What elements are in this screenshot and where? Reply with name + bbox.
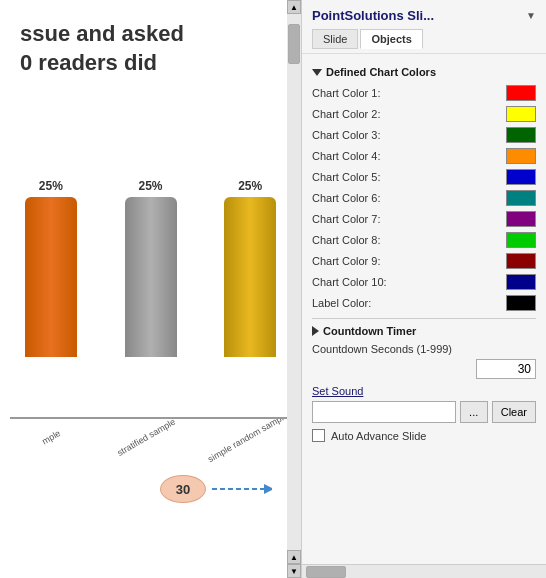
expand-icon[interactable] bbox=[312, 326, 319, 336]
color-label-label: Label Color: bbox=[312, 297, 371, 309]
bar-orange bbox=[25, 197, 77, 357]
chart-colors-label: Defined Chart Colors bbox=[326, 66, 436, 78]
color-row-10: Chart Color 10: bbox=[312, 273, 536, 291]
panel-body: Defined Chart Colors Chart Color 1: Char… bbox=[302, 54, 546, 564]
clear-button[interactable]: Clear bbox=[492, 401, 536, 423]
countdown-input-row bbox=[312, 359, 536, 379]
color-row-5: Chart Color 5: bbox=[312, 168, 536, 186]
chart-colors-section-header: Defined Chart Colors bbox=[312, 66, 536, 78]
color-label-2: Chart Color 2: bbox=[312, 108, 380, 120]
countdown-section-header: Countdown Timer bbox=[312, 325, 536, 337]
section-divider bbox=[312, 318, 536, 319]
color-row-label: Label Color: bbox=[312, 294, 536, 312]
bar-yellow bbox=[224, 197, 276, 357]
color-swatch-5[interactable] bbox=[506, 169, 536, 185]
color-label-10: Chart Color 10: bbox=[312, 276, 387, 288]
color-swatch-7[interactable] bbox=[506, 211, 536, 227]
bar-label-2: 25% bbox=[138, 179, 162, 193]
browse-button[interactable]: ... bbox=[460, 401, 488, 423]
bar-caption-1: mple bbox=[40, 428, 80, 478]
color-swatch-3[interactable] bbox=[506, 127, 536, 143]
color-swatch-4[interactable] bbox=[506, 148, 536, 164]
color-row-1: Chart Color 1: bbox=[312, 84, 536, 102]
color-label-8: Chart Color 8: bbox=[312, 234, 380, 246]
tabs-container: Slide Objects bbox=[312, 29, 536, 49]
color-row-9: Chart Color 9: bbox=[312, 252, 536, 270]
color-label-7: Chart Color 7: bbox=[312, 213, 380, 225]
color-swatch-8[interactable] bbox=[506, 232, 536, 248]
sound-row: ... Clear bbox=[312, 401, 536, 423]
panel-header: PointSolutions Sli... ▼ Slide Objects bbox=[302, 0, 546, 54]
color-row-7: Chart Color 7: bbox=[312, 210, 536, 228]
color-label-5: Chart Color 5: bbox=[312, 171, 380, 183]
svg-marker-1 bbox=[264, 484, 272, 494]
bar-group-2: 25% bbox=[110, 179, 192, 357]
color-swatch-10[interactable] bbox=[506, 274, 536, 290]
color-swatch-1[interactable] bbox=[506, 85, 536, 101]
color-row-2: Chart Color 2: bbox=[312, 105, 536, 123]
scroll-down-button-1[interactable]: ▲ bbox=[287, 550, 301, 564]
color-label-4: Chart Color 4: bbox=[312, 150, 380, 162]
color-rows: Chart Color 1: Chart Color 2: Chart Colo… bbox=[312, 84, 536, 312]
countdown-section: Countdown Seconds (1-999) Set Sound ... … bbox=[312, 343, 536, 442]
color-row-6: Chart Color 6: bbox=[312, 189, 536, 207]
color-label-6: Chart Color 6: bbox=[312, 192, 380, 204]
color-label-1: Chart Color 1: bbox=[312, 87, 380, 99]
color-swatch-6[interactable] bbox=[506, 190, 536, 206]
answer-bubble: 30 bbox=[160, 475, 206, 503]
tab-slide[interactable]: Slide bbox=[312, 29, 358, 49]
dashed-arrow bbox=[212, 479, 272, 499]
color-row-4: Chart Color 4: bbox=[312, 147, 536, 165]
horizontal-scrollbar[interactable] bbox=[302, 564, 546, 578]
scroll-track bbox=[287, 14, 301, 550]
vertical-scrollbar[interactable]: ▲ ▲ ▼ bbox=[287, 0, 301, 578]
h-scroll-thumb[interactable] bbox=[306, 566, 346, 578]
panel-dropdown-arrow[interactable]: ▼ bbox=[526, 10, 536, 21]
color-label-3: Chart Color 3: bbox=[312, 129, 380, 141]
countdown-timer-label: Countdown Timer bbox=[323, 325, 416, 337]
color-swatch-9[interactable] bbox=[506, 253, 536, 269]
slide-title: ssue and asked 0 readers did bbox=[20, 20, 291, 77]
auto-advance-row: Auto Advance Slide bbox=[312, 429, 536, 442]
color-row-8: Chart Color 8: bbox=[312, 231, 536, 249]
chart-area: 25% 25% 25% bbox=[0, 97, 301, 417]
panel-title-text: PointSolutions Sli... bbox=[312, 8, 522, 23]
color-swatch-label[interactable] bbox=[506, 295, 536, 311]
color-label-9: Chart Color 9: bbox=[312, 255, 380, 267]
panel-title-row: PointSolutions Sli... ▼ bbox=[312, 8, 536, 23]
set-sound-label[interactable]: Set Sound bbox=[312, 385, 536, 397]
sound-input[interactable] bbox=[312, 401, 456, 423]
auto-advance-checkbox[interactable] bbox=[312, 429, 325, 442]
countdown-seconds-label: Countdown Seconds (1-999) bbox=[312, 343, 536, 355]
auto-advance-label: Auto Advance Slide bbox=[331, 430, 426, 442]
slide-preview: ssue and asked 0 readers did 25% 25% 25%… bbox=[0, 0, 302, 578]
scroll-down-button-2[interactable]: ▼ bbox=[287, 564, 301, 578]
bar-caption-2: stratified sample bbox=[115, 419, 195, 479]
tab-objects[interactable]: Objects bbox=[360, 29, 422, 49]
bar-group-1: 25% bbox=[10, 179, 92, 357]
bar-label-3: 25% bbox=[238, 179, 262, 193]
color-row-3: Chart Color 3: bbox=[312, 126, 536, 144]
bar-label-1: 25% bbox=[39, 179, 63, 193]
scroll-thumb[interactable] bbox=[288, 24, 300, 64]
color-swatch-2[interactable] bbox=[506, 106, 536, 122]
scroll-up-button[interactable]: ▲ bbox=[287, 0, 301, 14]
bar-group-3: 25% bbox=[209, 179, 291, 357]
countdown-input[interactable] bbox=[476, 359, 536, 379]
collapse-icon[interactable] bbox=[312, 69, 322, 76]
bar-gray bbox=[125, 197, 177, 357]
right-panel: PointSolutions Sli... ▼ Slide Objects De… bbox=[302, 0, 546, 578]
